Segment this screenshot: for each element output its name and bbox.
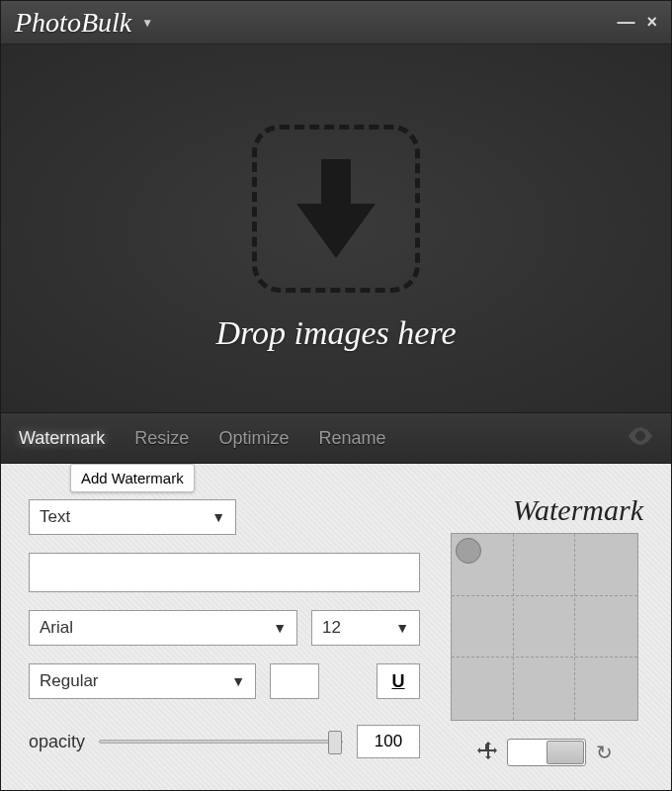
tab-rename[interactable]: Rename [318, 428, 385, 449]
preview-eye-icon[interactable] [628, 425, 653, 451]
title-menu-arrow-icon[interactable]: ▼ [141, 16, 153, 30]
app-window: PhotoBulk ▼ — × Drop images here Waterma… [0, 0, 672, 791]
tab-bar: Watermark Resize Optimize Rename [1, 412, 671, 464]
chevron-down-icon: ▼ [395, 620, 409, 636]
move-icon[interactable] [477, 741, 497, 765]
drop-box [252, 125, 420, 293]
panel-left: Text ▼ Arial ▼ 12 ▼ [29, 499, 420, 766]
tab-resize[interactable]: Resize [134, 428, 189, 449]
tab-watermark[interactable]: Watermark [19, 428, 105, 449]
minimize-button[interactable]: — [617, 12, 634, 33]
font-weight-value: Regular [40, 671, 99, 691]
tile-toggle[interactable] [507, 739, 586, 766]
settings-panel: Add Watermark Text ▼ Arial ▼ 12 [1, 464, 671, 790]
font-size-value: 12 [322, 618, 341, 638]
font-family-select[interactable]: Arial ▼ [29, 610, 297, 646]
chevron-down-icon: ▼ [211, 509, 225, 525]
watermark-type-select[interactable]: Text ▼ [29, 499, 236, 535]
color-picker[interactable] [270, 663, 319, 699]
underline-button[interactable]: U [377, 663, 420, 699]
tooltip-add-watermark: Add Watermark [70, 464, 195, 492]
chevron-down-icon: ▼ [273, 620, 287, 636]
font-weight-select[interactable]: Regular ▼ [29, 663, 256, 699]
down-arrow-icon [296, 159, 376, 258]
font-size-select[interactable]: 12 ▼ [311, 610, 420, 646]
rotate-icon[interactable]: ↻ [596, 741, 613, 764]
chevron-down-icon: ▼ [231, 673, 245, 689]
panel-title: Watermark [513, 493, 643, 527]
opacity-value-input[interactable]: 100 [357, 725, 420, 758]
toggle-knob [546, 741, 584, 764]
slider-thumb[interactable] [328, 731, 342, 754]
opacity-label: opacity [29, 732, 85, 752]
drop-zone[interactable]: Drop images here [1, 44, 671, 412]
watermark-text-input[interactable] [29, 553, 420, 592]
drop-caption: Drop images here [216, 314, 457, 352]
tab-optimize[interactable]: Optimize [218, 428, 289, 449]
app-title: PhotoBulk [15, 7, 131, 39]
position-preview[interactable] [451, 533, 638, 721]
title-bar: PhotoBulk ▼ — × [1, 1, 671, 44]
opacity-slider[interactable] [99, 740, 343, 744]
panel-right: Watermark ↻ [446, 499, 643, 766]
position-marker[interactable] [456, 538, 481, 564]
watermark-type-value: Text [40, 507, 70, 527]
close-button[interactable]: × [646, 12, 657, 33]
font-family-value: Arial [40, 618, 73, 638]
